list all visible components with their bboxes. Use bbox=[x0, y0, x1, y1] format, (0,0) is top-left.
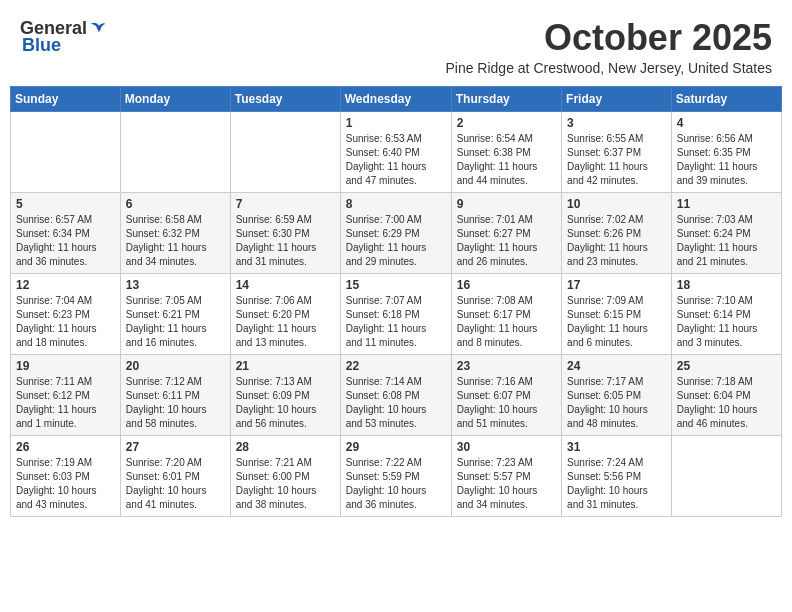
day-info: Sunrise: 7:08 AM Sunset: 6:17 PM Dayligh… bbox=[457, 294, 556, 350]
calendar-day-23: 23Sunrise: 7:16 AM Sunset: 6:07 PM Dayli… bbox=[451, 354, 561, 435]
page-header: General Blue October 2025 Pine Ridge at … bbox=[10, 10, 782, 80]
day-number: 28 bbox=[236, 440, 335, 454]
calendar-week-row: 19Sunrise: 7:11 AM Sunset: 6:12 PM Dayli… bbox=[11, 354, 782, 435]
day-info: Sunrise: 7:12 AM Sunset: 6:11 PM Dayligh… bbox=[126, 375, 225, 431]
calendar-day-22: 22Sunrise: 7:14 AM Sunset: 6:08 PM Dayli… bbox=[340, 354, 451, 435]
calendar-empty-cell bbox=[230, 111, 340, 192]
day-info: Sunrise: 6:58 AM Sunset: 6:32 PM Dayligh… bbox=[126, 213, 225, 269]
calendar-day-25: 25Sunrise: 7:18 AM Sunset: 6:04 PM Dayli… bbox=[671, 354, 781, 435]
calendar-day-2: 2Sunrise: 6:54 AM Sunset: 6:38 PM Daylig… bbox=[451, 111, 561, 192]
day-number: 6 bbox=[126, 197, 225, 211]
calendar-week-row: 26Sunrise: 7:19 AM Sunset: 6:03 PM Dayli… bbox=[11, 435, 782, 516]
calendar-day-27: 27Sunrise: 7:20 AM Sunset: 6:01 PM Dayli… bbox=[120, 435, 230, 516]
day-info: Sunrise: 7:23 AM Sunset: 5:57 PM Dayligh… bbox=[457, 456, 556, 512]
day-number: 18 bbox=[677, 278, 776, 292]
calendar-header-sunday: Sunday bbox=[11, 86, 121, 111]
calendar-day-12: 12Sunrise: 7:04 AM Sunset: 6:23 PM Dayli… bbox=[11, 273, 121, 354]
day-info: Sunrise: 7:01 AM Sunset: 6:27 PM Dayligh… bbox=[457, 213, 556, 269]
calendar-day-5: 5Sunrise: 6:57 AM Sunset: 6:34 PM Daylig… bbox=[11, 192, 121, 273]
calendar-day-13: 13Sunrise: 7:05 AM Sunset: 6:21 PM Dayli… bbox=[120, 273, 230, 354]
calendar-header-friday: Friday bbox=[562, 86, 672, 111]
calendar-day-16: 16Sunrise: 7:08 AM Sunset: 6:17 PM Dayli… bbox=[451, 273, 561, 354]
day-info: Sunrise: 7:18 AM Sunset: 6:04 PM Dayligh… bbox=[677, 375, 776, 431]
day-info: Sunrise: 7:17 AM Sunset: 6:05 PM Dayligh… bbox=[567, 375, 666, 431]
calendar-week-row: 1Sunrise: 6:53 AM Sunset: 6:40 PM Daylig… bbox=[11, 111, 782, 192]
calendar-day-31: 31Sunrise: 7:24 AM Sunset: 5:56 PM Dayli… bbox=[562, 435, 672, 516]
day-info: Sunrise: 7:20 AM Sunset: 6:01 PM Dayligh… bbox=[126, 456, 225, 512]
day-info: Sunrise: 7:03 AM Sunset: 6:24 PM Dayligh… bbox=[677, 213, 776, 269]
calendar-day-21: 21Sunrise: 7:13 AM Sunset: 6:09 PM Dayli… bbox=[230, 354, 340, 435]
calendar-week-row: 5Sunrise: 6:57 AM Sunset: 6:34 PM Daylig… bbox=[11, 192, 782, 273]
calendar-day-29: 29Sunrise: 7:22 AM Sunset: 5:59 PM Dayli… bbox=[340, 435, 451, 516]
day-number: 10 bbox=[567, 197, 666, 211]
calendar-day-6: 6Sunrise: 6:58 AM Sunset: 6:32 PM Daylig… bbox=[120, 192, 230, 273]
day-number: 13 bbox=[126, 278, 225, 292]
calendar-empty-cell bbox=[120, 111, 230, 192]
day-info: Sunrise: 6:59 AM Sunset: 6:30 PM Dayligh… bbox=[236, 213, 335, 269]
day-number: 14 bbox=[236, 278, 335, 292]
day-info: Sunrise: 7:06 AM Sunset: 6:20 PM Dayligh… bbox=[236, 294, 335, 350]
day-number: 17 bbox=[567, 278, 666, 292]
day-number: 1 bbox=[346, 116, 446, 130]
location-subtitle: Pine Ridge at Crestwood, New Jersey, Uni… bbox=[445, 60, 772, 76]
day-info: Sunrise: 6:53 AM Sunset: 6:40 PM Dayligh… bbox=[346, 132, 446, 188]
day-number: 29 bbox=[346, 440, 446, 454]
day-info: Sunrise: 7:10 AM Sunset: 6:14 PM Dayligh… bbox=[677, 294, 776, 350]
calendar-day-1: 1Sunrise: 6:53 AM Sunset: 6:40 PM Daylig… bbox=[340, 111, 451, 192]
calendar-day-8: 8Sunrise: 7:00 AM Sunset: 6:29 PM Daylig… bbox=[340, 192, 451, 273]
day-info: Sunrise: 6:57 AM Sunset: 6:34 PM Dayligh… bbox=[16, 213, 115, 269]
day-number: 19 bbox=[16, 359, 115, 373]
day-number: 9 bbox=[457, 197, 556, 211]
day-number: 26 bbox=[16, 440, 115, 454]
calendar-header-monday: Monday bbox=[120, 86, 230, 111]
calendar-table: SundayMondayTuesdayWednesdayThursdayFrid… bbox=[10, 86, 782, 517]
day-number: 4 bbox=[677, 116, 776, 130]
day-info: Sunrise: 7:07 AM Sunset: 6:18 PM Dayligh… bbox=[346, 294, 446, 350]
calendar-day-28: 28Sunrise: 7:21 AM Sunset: 6:00 PM Dayli… bbox=[230, 435, 340, 516]
calendar-day-24: 24Sunrise: 7:17 AM Sunset: 6:05 PM Dayli… bbox=[562, 354, 672, 435]
calendar-header-row: SundayMondayTuesdayWednesdayThursdayFrid… bbox=[11, 86, 782, 111]
calendar-day-14: 14Sunrise: 7:06 AM Sunset: 6:20 PM Dayli… bbox=[230, 273, 340, 354]
day-number: 8 bbox=[346, 197, 446, 211]
day-info: Sunrise: 7:11 AM Sunset: 6:12 PM Dayligh… bbox=[16, 375, 115, 431]
day-info: Sunrise: 7:22 AM Sunset: 5:59 PM Dayligh… bbox=[346, 456, 446, 512]
calendar-week-row: 12Sunrise: 7:04 AM Sunset: 6:23 PM Dayli… bbox=[11, 273, 782, 354]
calendar-empty-cell bbox=[671, 435, 781, 516]
day-number: 5 bbox=[16, 197, 115, 211]
day-number: 11 bbox=[677, 197, 776, 211]
day-info: Sunrise: 7:24 AM Sunset: 5:56 PM Dayligh… bbox=[567, 456, 666, 512]
day-number: 25 bbox=[677, 359, 776, 373]
day-number: 3 bbox=[567, 116, 666, 130]
title-section: October 2025 Pine Ridge at Crestwood, Ne… bbox=[445, 18, 772, 76]
calendar-day-7: 7Sunrise: 6:59 AM Sunset: 6:30 PM Daylig… bbox=[230, 192, 340, 273]
calendar-day-30: 30Sunrise: 7:23 AM Sunset: 5:57 PM Dayli… bbox=[451, 435, 561, 516]
calendar-day-11: 11Sunrise: 7:03 AM Sunset: 6:24 PM Dayli… bbox=[671, 192, 781, 273]
day-info: Sunrise: 6:55 AM Sunset: 6:37 PM Dayligh… bbox=[567, 132, 666, 188]
logo-bird-icon bbox=[89, 19, 109, 39]
day-number: 12 bbox=[16, 278, 115, 292]
day-number: 21 bbox=[236, 359, 335, 373]
day-info: Sunrise: 7:00 AM Sunset: 6:29 PM Dayligh… bbox=[346, 213, 446, 269]
calendar-day-18: 18Sunrise: 7:10 AM Sunset: 6:14 PM Dayli… bbox=[671, 273, 781, 354]
logo: General Blue bbox=[20, 18, 109, 56]
day-info: Sunrise: 7:02 AM Sunset: 6:26 PM Dayligh… bbox=[567, 213, 666, 269]
calendar-day-20: 20Sunrise: 7:12 AM Sunset: 6:11 PM Dayli… bbox=[120, 354, 230, 435]
day-number: 20 bbox=[126, 359, 225, 373]
day-number: 24 bbox=[567, 359, 666, 373]
calendar-empty-cell bbox=[11, 111, 121, 192]
day-info: Sunrise: 7:16 AM Sunset: 6:07 PM Dayligh… bbox=[457, 375, 556, 431]
day-number: 30 bbox=[457, 440, 556, 454]
day-number: 31 bbox=[567, 440, 666, 454]
calendar-day-26: 26Sunrise: 7:19 AM Sunset: 6:03 PM Dayli… bbox=[11, 435, 121, 516]
day-number: 15 bbox=[346, 278, 446, 292]
month-title: October 2025 bbox=[445, 18, 772, 58]
logo-blue-text: Blue bbox=[22, 35, 61, 56]
day-info: Sunrise: 7:09 AM Sunset: 6:15 PM Dayligh… bbox=[567, 294, 666, 350]
calendar-day-4: 4Sunrise: 6:56 AM Sunset: 6:35 PM Daylig… bbox=[671, 111, 781, 192]
day-number: 23 bbox=[457, 359, 556, 373]
day-number: 27 bbox=[126, 440, 225, 454]
calendar-header-saturday: Saturday bbox=[671, 86, 781, 111]
day-info: Sunrise: 7:13 AM Sunset: 6:09 PM Dayligh… bbox=[236, 375, 335, 431]
calendar-day-9: 9Sunrise: 7:01 AM Sunset: 6:27 PM Daylig… bbox=[451, 192, 561, 273]
calendar-day-17: 17Sunrise: 7:09 AM Sunset: 6:15 PM Dayli… bbox=[562, 273, 672, 354]
